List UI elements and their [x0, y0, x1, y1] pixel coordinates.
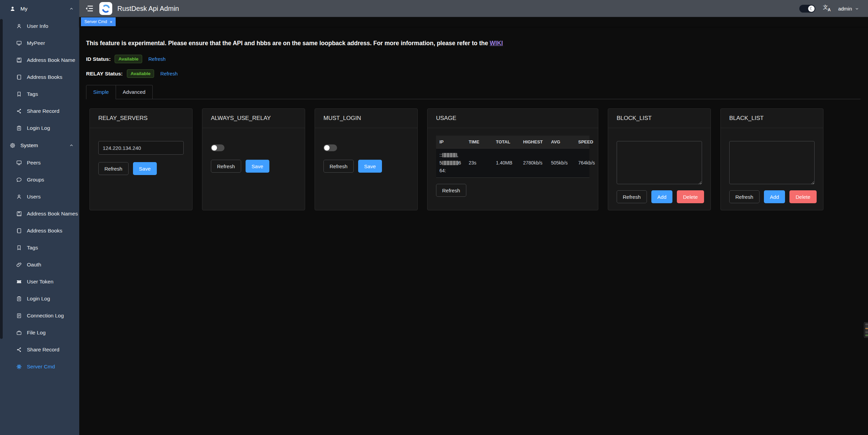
card-title: USAGE [428, 109, 598, 128]
relay-servers-refresh-button[interactable]: Refresh [98, 162, 129, 175]
black-list-delete-button[interactable]: Delete [789, 190, 816, 203]
block-list-add-button[interactable]: Add [651, 190, 673, 203]
card-title: RELAY_SERVERS [90, 109, 192, 128]
sidebar-item-login-log[interactable]: Login Log [0, 290, 79, 307]
usage-refresh-button[interactable]: Refresh [436, 184, 466, 197]
sidebar-item-tags[interactable]: Tags [0, 239, 79, 256]
id-status-refresh-link[interactable]: Refresh [148, 56, 166, 62]
sidebar-item-server-cmd[interactable]: Server Cmd [0, 358, 79, 375]
always-use-relay-toggle[interactable] [211, 144, 224, 151]
share-icon [16, 347, 22, 353]
sidebar-scrollbar-thumb[interactable] [0, 19, 3, 339]
black-list-textarea[interactable] [729, 141, 815, 184]
sidebar-item-user-info[interactable]: User Info [0, 18, 79, 35]
translate-icon[interactable]: 文A [823, 4, 831, 13]
must-login-toggle[interactable] [323, 144, 337, 151]
card-title: MUST_LOGIN [315, 109, 417, 128]
ticket-icon [16, 279, 22, 285]
sidebar-item-address-book-name[interactable]: Address Book Name [0, 52, 79, 69]
notebook-icon [16, 228, 22, 234]
usage-table-row: ::, 56 64: 23s 1.40MB 2780kb/s 505kb/s 7… [436, 149, 589, 178]
usage-speed-cell: 764kb/s [575, 149, 589, 178]
app-window: MyUser InfoMyPeerAddress Book NameAddres… [0, 0, 868, 435]
sidebar-item-peers[interactable]: Peers [0, 154, 79, 171]
clipboard-icon [16, 125, 22, 131]
clipboard-icon [16, 296, 22, 302]
menu-fold-icon[interactable] [86, 5, 93, 12]
sidebar-item-label: User Info [27, 23, 48, 29]
relay-servers-save-button[interactable]: Save [133, 162, 157, 175]
card-block-list: BLOCK_LIST Refresh Add Delete [608, 108, 711, 210]
sidebar-item-connection-log[interactable]: Connection Log [0, 307, 79, 324]
sidebar: MyUser InfoMyPeerAddress Book NameAddres… [0, 0, 79, 435]
redacted-text [442, 153, 457, 157]
clipped-edge-widget[interactable] [864, 322, 868, 338]
sidebar-item-share-record[interactable]: Share Record [0, 103, 79, 120]
tag-server-cmd[interactable]: Server Cmd × [81, 17, 116, 26]
relay-servers-input[interactable] [98, 141, 184, 155]
sidebar-group-my[interactable]: My [0, 0, 79, 18]
relay-status-refresh-link[interactable]: Refresh [160, 71, 178, 76]
header-controls: ☾ 文A admin [799, 4, 859, 13]
moon-icon: ☾ [808, 5, 815, 12]
sidebar-item-label: Share Record [27, 108, 60, 114]
sidebar-item-login-log[interactable]: Login Log [0, 120, 79, 137]
sidebar-item-groups[interactable]: Groups [0, 171, 79, 188]
content: This feature is experimental. Please ens… [79, 27, 868, 435]
chat-icon [16, 177, 22, 183]
sidebar-item-address-book-names[interactable]: Address Book Names [0, 205, 79, 222]
sidebar-item-label: Share Record [27, 347, 60, 353]
always-use-relay-refresh-button[interactable]: Refresh [211, 160, 241, 173]
must-login-save-button[interactable]: Save [358, 160, 382, 173]
wiki-link[interactable]: WIKI [490, 40, 503, 47]
user-dropdown[interactable]: admin [838, 6, 859, 12]
block-list-textarea[interactable] [617, 141, 702, 184]
black-list-add-button[interactable]: Add [764, 190, 785, 203]
card-relay-servers: RELAY_SERVERS Refresh Save [89, 108, 193, 210]
block-list-delete-button[interactable]: Delete [677, 190, 704, 203]
gear-solid-icon [16, 364, 22, 370]
sidebar-item-label: Connection Log [27, 313, 64, 319]
sidebar-item-label: Oauth [27, 262, 41, 268]
tag-label: Server Cmd [84, 19, 107, 24]
sidebar-item-users[interactable]: Users [0, 188, 79, 205]
usage-avg-cell: 505kb/s [548, 149, 575, 178]
usage-ip-cell: ::, 56 64: [436, 149, 465, 178]
chevron-up-icon [69, 6, 74, 11]
sidebar-item-user-token[interactable]: User Token [0, 273, 79, 290]
sidebar-item-label: Address Book Names [27, 211, 78, 217]
user-icon [16, 194, 22, 200]
usage-col-highest: HIGHEST [520, 136, 548, 149]
mode-tabs: Simple Advanced [86, 85, 861, 99]
tag-close-icon[interactable]: × [110, 20, 113, 24]
block-list-refresh-button[interactable]: Refresh [617, 190, 647, 203]
card-title: BLACK_LIST [721, 109, 823, 128]
sidebar-item-share-record[interactable]: Share Record [0, 341, 79, 358]
tab-advanced[interactable]: Advanced [116, 85, 152, 99]
page-title: RustDesk Api Admin [117, 5, 179, 13]
card-title: BLOCK_LIST [608, 109, 711, 128]
sidebar-item-label: Peers [27, 160, 41, 166]
sidebar-item-oauth[interactable]: Oauth [0, 256, 79, 273]
bookmark-icon [16, 91, 22, 97]
user-icon [16, 23, 22, 29]
relay-status-badge: Available [127, 69, 154, 78]
tab-simple[interactable]: Simple [86, 85, 116, 99]
usage-col-speed: SPEED [575, 136, 589, 149]
usage-highest-cell: 2780kb/s [520, 149, 548, 178]
sidebar-item-label: Login Log [27, 125, 50, 131]
always-use-relay-save-button[interactable]: Save [246, 160, 269, 173]
sidebar-item-label: Tags [27, 245, 38, 251]
sidebar-item-address-books[interactable]: Address Books [0, 222, 79, 239]
sidebar-item-label: Groups [27, 177, 44, 183]
sidebar-group-system[interactable]: System [0, 137, 79, 154]
app-header: RustDesk Api Admin ☾ 文A admin [79, 0, 868, 17]
sidebar-item-mypeer[interactable]: MyPeer [0, 35, 79, 52]
sidebar-item-file-log[interactable]: File Log [0, 324, 79, 341]
black-list-refresh-button[interactable]: Refresh [729, 190, 760, 203]
usage-total-cell: 1.40MB [493, 149, 520, 178]
must-login-refresh-button[interactable]: Refresh [323, 160, 354, 173]
sidebar-item-tags[interactable]: Tags [0, 86, 79, 103]
sidebar-item-address-books[interactable]: Address Books [0, 69, 79, 86]
theme-toggle[interactable]: ☾ [799, 5, 815, 13]
